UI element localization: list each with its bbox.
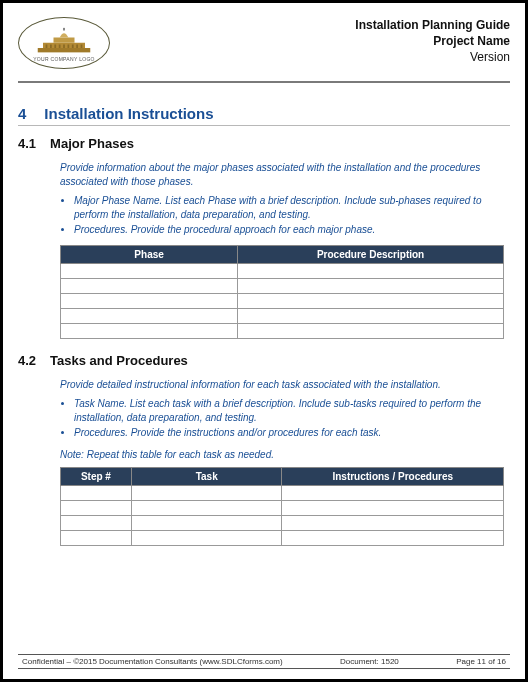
svg-rect-5 xyxy=(50,44,52,48)
svg-rect-0 xyxy=(38,48,91,52)
table-row xyxy=(61,516,504,531)
subsection-heading: 4.2 Tasks and Procedures xyxy=(18,353,510,368)
instruction-block: Provide information about the major phas… xyxy=(60,161,504,237)
table-row xyxy=(61,308,504,323)
subsection-number: 4.2 xyxy=(18,353,36,368)
footer-confidential: Confidential – ©2015 Documentation Consu… xyxy=(22,657,283,666)
table-header-row: Phase Procedure Description xyxy=(61,245,504,263)
svg-rect-11 xyxy=(76,44,78,48)
list-item: Procedures. Provide the instructions and… xyxy=(74,426,504,440)
page-footer: Confidential – ©2015 Documentation Consu… xyxy=(18,654,510,669)
phases-table: Phase Procedure Description xyxy=(60,245,504,339)
table-row xyxy=(61,486,504,501)
svg-rect-6 xyxy=(54,44,56,48)
subsection-title: Major Phases xyxy=(50,136,134,151)
svg-rect-9 xyxy=(68,44,70,48)
tasks-table-wrap: Step # Task Instructions / Procedures xyxy=(60,467,504,546)
footer-line: Confidential – ©2015 Documentation Consu… xyxy=(18,654,510,669)
table-row xyxy=(61,278,504,293)
version-label: Version xyxy=(355,49,510,65)
footer-page: Page 11 of 16 xyxy=(456,657,506,666)
subsection-title: Tasks and Procedures xyxy=(50,353,188,368)
section-heading: 4 Installation Instructions xyxy=(18,93,510,126)
table-row xyxy=(61,501,504,516)
column-header: Phase xyxy=(61,245,238,263)
project-name: Project Name xyxy=(355,33,510,49)
svg-rect-2 xyxy=(54,37,75,42)
document-page: YOUR COMPANY LOGO Installation Planning … xyxy=(18,13,510,669)
column-header: Step # xyxy=(61,468,132,486)
instruction-list: Task Name. List each task with a brief d… xyxy=(60,397,504,440)
footer-document: Document: 1520 xyxy=(340,657,399,666)
section-title: Installation Instructions xyxy=(44,105,213,122)
company-logo: YOUR COMPANY LOGO xyxy=(18,17,110,69)
column-header: Procedure Description xyxy=(238,245,504,263)
subsection-heading: 4.1 Major Phases xyxy=(18,136,510,151)
tasks-table: Step # Task Instructions / Procedures xyxy=(60,467,504,546)
instruction-text: Provide information about the major phas… xyxy=(60,161,504,188)
header-title-block: Installation Planning Guide Project Name… xyxy=(355,17,510,66)
instruction-note: Note: Repeat this table for each task as… xyxy=(60,448,504,462)
logo-caption: YOUR COMPANY LOGO xyxy=(33,56,95,62)
svg-rect-8 xyxy=(63,44,65,48)
content-area: 4 Installation Instructions 4.1 Major Ph… xyxy=(18,83,510,546)
instruction-list: Major Phase Name. List each Phase with a… xyxy=(60,194,504,237)
table-header-row: Step # Task Instructions / Procedures xyxy=(61,468,504,486)
capitol-icon xyxy=(34,27,94,55)
instruction-block: Provide detailed instructional informati… xyxy=(60,378,504,462)
section-number: 4 xyxy=(18,105,26,122)
svg-rect-4 xyxy=(46,44,48,48)
table-row xyxy=(61,531,504,546)
table-row xyxy=(61,263,504,278)
svg-rect-12 xyxy=(81,44,83,48)
subsection-number: 4.1 xyxy=(18,136,36,151)
svg-rect-7 xyxy=(59,44,61,48)
svg-rect-3 xyxy=(63,27,65,30)
instruction-text: Provide detailed instructional informati… xyxy=(60,378,504,392)
doc-title: Installation Planning Guide xyxy=(355,17,510,33)
table-row xyxy=(61,293,504,308)
table-row xyxy=(61,323,504,338)
phases-table-wrap: Phase Procedure Description xyxy=(60,245,504,339)
list-item: Procedures. Provide the procedural appro… xyxy=(74,223,504,237)
svg-rect-10 xyxy=(72,44,74,48)
column-header: Instructions / Procedures xyxy=(282,468,504,486)
page-header: YOUR COMPANY LOGO Installation Planning … xyxy=(18,13,510,77)
column-header: Task xyxy=(131,468,282,486)
list-item: Task Name. List each task with a brief d… xyxy=(74,397,504,424)
list-item: Major Phase Name. List each Phase with a… xyxy=(74,194,504,221)
